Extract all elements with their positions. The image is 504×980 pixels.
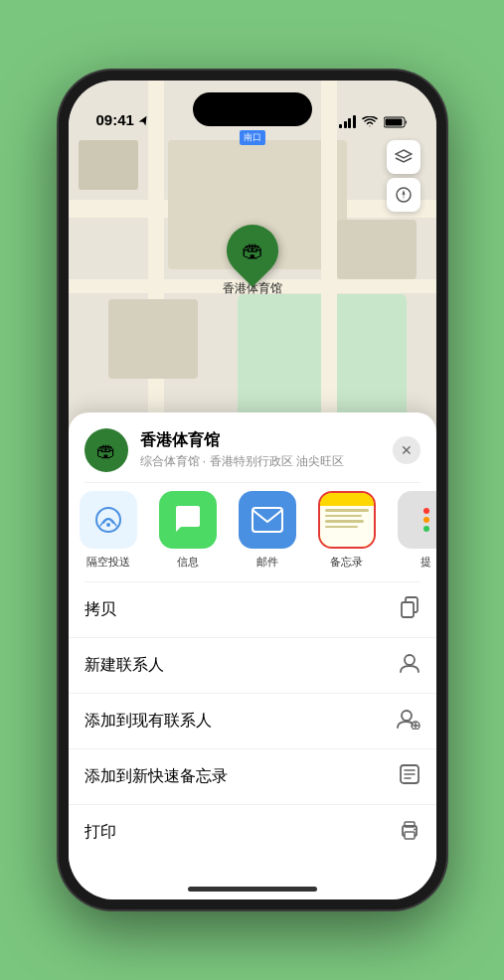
location-icon — [138, 114, 150, 126]
print-icon — [399, 819, 420, 846]
airdrop-icon-wrap — [80, 491, 137, 549]
printer-svg-icon — [399, 819, 420, 841]
compass-icon — [395, 186, 413, 204]
share-item-messages[interactable]: 信息 — [148, 491, 228, 570]
svg-rect-1 — [385, 118, 402, 125]
phone-frame: 09:41 — [59, 71, 446, 909]
new-contact-icon — [399, 652, 420, 679]
share-label-airdrop: 隔空投送 — [86, 555, 130, 570]
layers-icon — [395, 148, 413, 166]
action-copy[interactable]: 拷贝 — [69, 582, 436, 638]
venue-info: 香港体育馆 综合体育馆 · 香港特别行政区 油尖旺区 — [140, 430, 381, 470]
phone-screen: 09:41 — [69, 81, 436, 899]
copy-icon — [399, 596, 420, 623]
venue-icon: 🏟 — [84, 428, 128, 472]
venue-name: 香港体育馆 — [140, 430, 381, 451]
signal-icon — [339, 115, 356, 128]
quicknote-svg-icon — [399, 763, 420, 785]
mail-icon — [251, 506, 284, 534]
map-layers-button[interactable] — [387, 140, 420, 174]
status-icons — [339, 115, 409, 128]
action-new-contact-label: 新建联系人 — [84, 655, 164, 676]
action-add-notes-label: 添加到新快速备忘录 — [84, 766, 228, 787]
mail-icon-wrap — [239, 491, 296, 549]
bottom-sheet: 🏟 香港体育馆 综合体育馆 · 香港特别行政区 油尖旺区 ✕ — [69, 412, 436, 899]
share-item-notes[interactable]: 备忘录 — [307, 491, 387, 570]
contact-icon — [399, 652, 420, 674]
close-button[interactable]: ✕ — [393, 436, 420, 464]
map-controls — [387, 140, 420, 212]
svg-rect-16 — [405, 822, 415, 827]
home-indicator — [188, 887, 317, 892]
pin-icon: 🏟 — [242, 238, 263, 263]
quick-note-icon — [399, 763, 420, 790]
copy-svg-icon — [399, 596, 420, 618]
messages-icon — [171, 503, 205, 537]
share-item-airdrop[interactable]: 隔空投送 — [69, 491, 148, 570]
wifi-icon — [362, 116, 378, 128]
notes-icon-wrap — [318, 491, 376, 549]
share-label-notes: 备忘录 — [330, 555, 363, 570]
share-item-more[interactable]: 提 — [387, 491, 436, 570]
battery-icon — [384, 116, 409, 128]
action-add-notes[interactable]: 添加到新快速备忘录 — [69, 749, 436, 805]
location-pin: 🏟 香港体育馆 — [223, 225, 282, 297]
airdrop-icon — [93, 505, 123, 535]
svg-point-9 — [402, 711, 412, 721]
more-icon-wrap — [398, 491, 436, 549]
share-label-messages: 信息 — [177, 555, 199, 570]
svg-point-8 — [405, 655, 415, 665]
action-add-existing[interactable]: 添加到现有联系人 — [69, 694, 436, 749]
share-label-more: 提 — [420, 555, 431, 570]
messages-icon-wrap — [159, 491, 217, 549]
action-new-contact[interactable]: 新建联系人 — [69, 638, 436, 694]
map-block — [108, 299, 198, 379]
action-copy-label: 拷贝 — [84, 599, 116, 620]
pin-circle: 🏟 — [216, 214, 289, 287]
svg-rect-5 — [252, 508, 282, 532]
map-block — [79, 140, 138, 190]
svg-rect-7 — [402, 602, 414, 617]
action-print[interactable]: 打印 — [69, 805, 436, 860]
svg-rect-15 — [405, 832, 415, 839]
add-existing-icon — [397, 708, 420, 735]
share-label-mail: 邮件 — [256, 555, 278, 570]
share-item-mail[interactable]: 邮件 — [228, 491, 307, 570]
map-block — [337, 220, 417, 279]
share-row: 隔空投送 信息 — [69, 483, 436, 581]
sheet-header: 🏟 香港体育馆 综合体育馆 · 香港特别行政区 油尖旺区 ✕ — [69, 412, 436, 482]
venue-subtitle: 综合体育馆 · 香港特别行政区 油尖旺区 — [140, 453, 381, 470]
location-button[interactable] — [387, 178, 420, 212]
action-print-label: 打印 — [84, 822, 116, 843]
svg-point-4 — [106, 523, 110, 527]
action-add-existing-label: 添加到现有联系人 — [84, 711, 212, 732]
status-time: 09:41 — [96, 111, 134, 128]
svg-point-17 — [414, 829, 416, 831]
dynamic-island — [193, 92, 312, 126]
add-contact-icon — [397, 708, 420, 730]
